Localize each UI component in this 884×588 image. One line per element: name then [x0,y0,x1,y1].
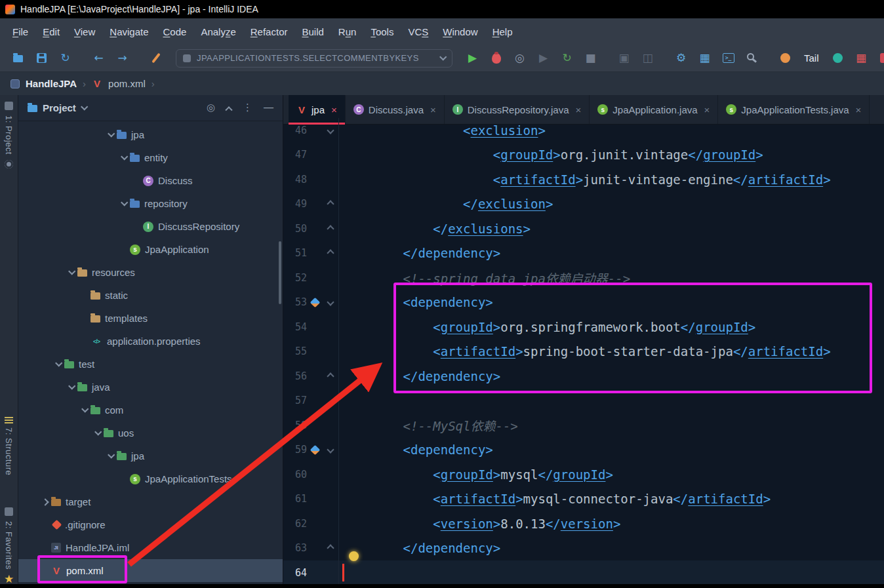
build-hammer-icon-button[interactable] [146,49,166,68]
menu-code[interactable]: Code [156,22,194,41]
chevron-expanded-icon[interactable] [81,405,89,412]
fold-marker-slot[interactable] [323,447,338,452]
tree-item-static[interactable]: static [18,284,283,307]
fold-marker-slot[interactable] [323,300,338,305]
terminal-icon-button[interactable]: >_ [718,49,738,68]
settings-icon-button[interactable]: ⚙ [671,49,691,68]
code-editor[interactable]: 46 <exclusion>47 <groupId>org.junit.vint… [283,118,884,588]
tree-scrollbar[interactable] [279,241,281,304]
menu-build[interactable]: Build [294,22,331,41]
project-tool-window-icon[interactable] [5,102,13,110]
stop-icon-button[interactable]: ■ [580,49,601,68]
more-options-icon[interactable]: ⋮ [243,103,252,113]
tree-item-templates[interactable]: templates [18,307,283,330]
back-icon-button[interactable]: ← [89,49,109,68]
stripe-favorites-button[interactable]: 2: Favorites [4,521,14,570]
code-line-52[interactable]: 52 <!--spring data jpa依赖启动器--> [283,265,884,290]
tree-item-resources[interactable]: resources [18,261,283,284]
code-line-50[interactable]: 50 </exclusions> [283,216,884,241]
maven-dependency-gutter-icon[interactable] [310,444,320,455]
breadcrumb-project[interactable]: HandleJPA [26,78,77,89]
save-all-icon-button[interactable] [31,49,52,68]
chevron-collapsed-icon[interactable] [41,498,49,505]
tree-item-test[interactable]: test [18,353,283,376]
stripe-project-button[interactable]: 1: Project [4,115,14,155]
menu-edit[interactable]: Edit [35,22,67,41]
code-line-63[interactable]: 63 </dependency> [283,536,884,561]
fold-end-icon[interactable] [327,225,334,232]
chevron-expanded-icon[interactable] [108,451,115,458]
tree-item-application-properties[interactable]: </>application.properties [18,330,283,353]
code-line-56[interactable]: 56 </dependency> [283,364,884,389]
tree-item-jpa[interactable]: jpa [18,444,283,467]
chevron-expanded-icon[interactable] [121,153,128,160]
chevron-expanded-icon[interactable] [94,428,102,435]
fold-end-icon[interactable] [327,545,334,552]
code-line-59[interactable]: 59 <dependency> [283,438,884,463]
structure-tool-window-icon[interactable] [5,417,13,418]
fold-marker-slot[interactable] [323,545,338,551]
tree-item-jpaapplication[interactable]: sJpaApplication [18,238,283,261]
chevron-expanded-icon[interactable] [68,382,75,389]
menu-help[interactable]: Help [485,22,520,41]
code-line-64[interactable]: 64 [283,560,884,585]
run-configuration-select[interactable]: JPAAPPLICATIONTESTS.SELECTCOMMENTBYKEYS [176,49,452,68]
menu-analyze[interactable]: Analyze [193,22,243,41]
fold-end-icon[interactable] [327,201,334,208]
synchronize-icon-button[interactable]: ↻ [55,49,75,68]
menu-view[interactable]: View [67,22,102,41]
breadcrumb-file[interactable]: pom.xml [108,78,146,89]
menu-window[interactable]: Window [435,22,485,41]
maven-dependency-gutter-icon[interactable] [310,297,320,307]
fold-marker-slot[interactable] [323,201,338,206]
services-icon-button[interactable]: ▦ [694,49,715,68]
menu-run[interactable]: Run [331,22,364,41]
plugin-teal-icon-button[interactable] [828,49,848,68]
fold-start-icon[interactable] [327,299,334,306]
code-line-49[interactable]: 49 </exclusion> [283,192,884,217]
chevron-expanded-icon[interactable] [68,267,75,275]
tree-item-jpaapplicationtests[interactable]: sJpaApplicationTests [18,467,283,490]
plugin-bug-report-icon-button[interactable] [775,49,795,68]
favorites-tool-window-icon[interactable] [5,507,13,516]
run-disabled-icon-button[interactable]: ▶ [533,49,553,68]
fold-marker-slot[interactable] [323,374,338,379]
web-tool-window-icon[interactable] [5,160,13,168]
run-icon-button[interactable]: ▶ [462,49,483,68]
locate-file-icon[interactable]: ◎ [207,103,215,113]
tree-item-java[interactable]: java [18,376,283,399]
tree-item-pom-xml[interactable]: Vpom.xml [18,559,283,582]
code-line-58[interactable]: 58 <!--MySql依赖--> [283,413,884,438]
tree-item-target[interactable]: target [18,490,283,513]
code-line-57[interactable]: 57 [283,389,884,414]
tree-item-handlejpa-iml[interactable]: JIHandleJPA.iml [18,536,283,559]
rerun-icon-button[interactable]: ↻ [557,49,577,68]
code-line-47[interactable]: 47 <groupId>org.junit.vintage</groupId> [283,143,884,168]
code-line-53[interactable]: 53 <dependency> [283,290,884,315]
code-line-48[interactable]: 48 <artifactId>junit-vintage-engine</art… [283,167,884,192]
fold-marker-slot[interactable] [323,226,338,231]
tree-item-gitignore[interactable]: .gitignore [18,513,283,536]
fold-start-icon[interactable] [327,446,334,454]
tail-action[interactable]: Tail [804,52,819,64]
stripe-structure-button[interactable]: 7: Structure [4,427,14,475]
fold-marker-slot[interactable] [323,250,338,256]
code-line-54[interactable]: 54 <groupId>org.springframework.boot</gr… [283,315,884,340]
forward-icon-button[interactable]: → [112,49,132,68]
fold-end-icon[interactable] [327,250,334,257]
menu-tools[interactable]: Tools [363,22,401,41]
chevron-expanded-icon[interactable] [55,359,62,366]
close-icon[interactable]: × [331,104,337,115]
dump-threads-icon-button[interactable]: ◫ [637,49,658,68]
close-icon[interactable]: × [704,104,710,115]
attach-debugger-icon-button[interactable]: ▣ [614,49,634,68]
tree-item-uos[interactable]: uos [18,421,283,444]
plugin-red-icon-button[interactable] [875,49,884,68]
tree-item-discuss[interactable]: CDiscuss [18,169,283,192]
tree-item-discussrepository[interactable]: IDiscussRepository [18,215,283,238]
open-file-icon-button[interactable] [8,49,28,68]
code-line-51[interactable]: 51 </dependency> [283,241,884,266]
search-everywhere-icon-button[interactable] [742,49,762,68]
debug-icon-button[interactable] [486,49,506,68]
menu-file[interactable]: File [5,22,35,41]
